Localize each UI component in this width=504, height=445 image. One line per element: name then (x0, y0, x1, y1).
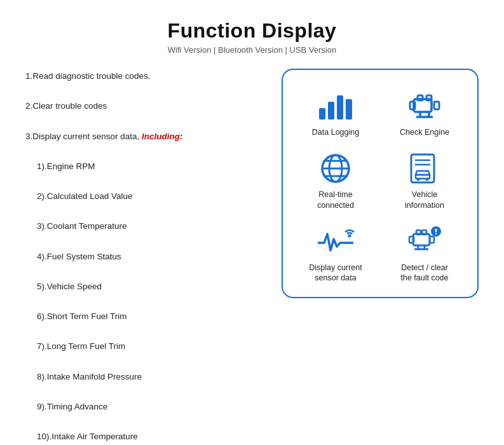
sub-list-item: 4).Fuel System Status (25, 249, 269, 264)
svg-rect-8 (426, 95, 432, 100)
list-item: 2.Clear trouble codes (25, 99, 269, 114)
sub-list-item: 8).Intake Manifold Pressure (25, 369, 269, 385)
vehicle-information-icon (404, 151, 445, 186)
sub-list-item: 3).Coolant Temperature (25, 219, 269, 234)
svg-point-23 (348, 234, 351, 237)
list-item: 1.Read diagnostic trouble codes. (25, 69, 269, 84)
page-subtitle: Wifi Version | Bluetooth Version | USB V… (168, 45, 336, 55)
page: Function Display Wifi Version | Bluetoot… (0, 0, 504, 445)
icon-cell-vehicle-info: Vehicleinformation (383, 146, 466, 213)
display-sensor-label: Display currentsensor data (309, 263, 362, 284)
sub-list-item: 9).Timing Advance (25, 399, 269, 414)
svg-point-34 (435, 233, 437, 234)
display-sensor-icon (315, 224, 356, 259)
svg-rect-1 (328, 102, 334, 120)
icon-cell-realtime: Real-timeconnected (294, 146, 377, 213)
sub-list-item: 2).Calculated Load Value (25, 189, 269, 204)
svg-rect-27 (416, 230, 421, 235)
check-engine-label: Check Engine (400, 127, 449, 137)
detect-fault-icon (404, 224, 445, 259)
svg-rect-24 (413, 234, 430, 245)
icon-cell-display-sensor: Display currentsensor data (294, 219, 377, 286)
sub-list-item: 5).Vehicle Speed (25, 279, 269, 294)
data-logging-icon (315, 89, 356, 123)
svg-rect-25 (409, 236, 414, 243)
list-item-display: 3.Display current sensor data, Including… (25, 129, 269, 144)
icon-cell-data-logging: Data Logging (294, 84, 377, 140)
page-title: Function Display (168, 19, 337, 43)
svg-point-22 (426, 178, 429, 181)
vehicle-info-label: Vehicleinformation (405, 189, 444, 210)
svg-rect-26 (430, 236, 434, 243)
icon-cell-check-engine: Check Engine (383, 84, 466, 140)
display-label: 3.Display current sensor data, (25, 132, 139, 141)
svg-rect-2 (337, 95, 343, 120)
detect-fault-label: Detect / clearthe fault code (400, 263, 448, 284)
svg-rect-7 (418, 95, 423, 100)
content-row: 1.Read diagnostic trouble codes. 2.Clear… (25, 69, 479, 445)
sub-list-item: 6).Short Term Fuel Trim (25, 309, 269, 324)
svg-rect-3 (346, 99, 352, 120)
icon-cell-detect-fault: Detect / clearthe fault code (383, 219, 466, 286)
svg-rect-6 (434, 102, 439, 109)
svg-rect-28 (422, 230, 426, 235)
including-label: Including: (142, 132, 183, 141)
sub-list-item: 1).Engine RPM (25, 159, 269, 174)
svg-point-21 (417, 178, 420, 181)
check-engine-icon (404, 89, 445, 123)
svg-rect-0 (319, 108, 325, 120)
data-logging-label: Data Logging (312, 127, 359, 137)
sub-list-item: 10).Intake Air Temperature (25, 429, 269, 444)
feature-card: Data Logging C (282, 69, 479, 298)
realtime-label: Real-timeconnected (317, 189, 354, 210)
realtime-connected-icon (315, 151, 356, 186)
left-list: 1.Read diagnostic trouble codes. 2.Clear… (25, 69, 269, 445)
sub-list-item: 7).Long Term Fuel Trim (25, 339, 269, 354)
svg-rect-5 (410, 102, 415, 109)
